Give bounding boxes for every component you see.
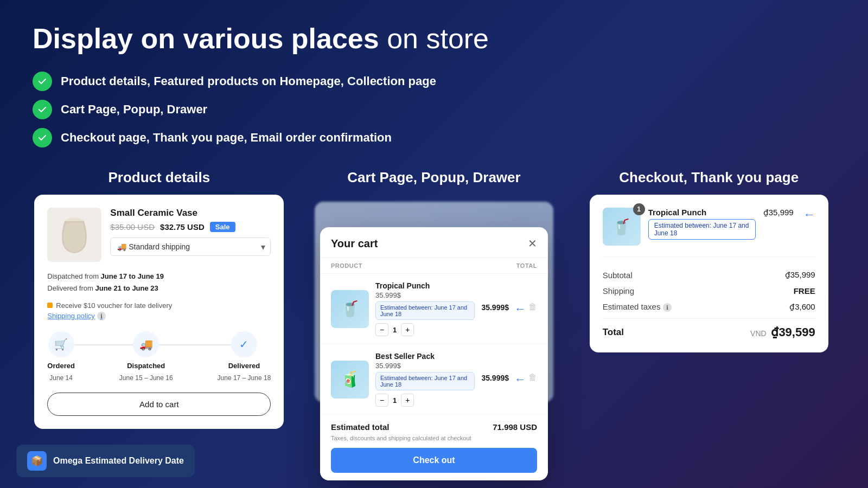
cart-item-2-name: Best Seller Pack: [375, 352, 475, 361]
checkout-summary: Subtotal ₫35,999 Shipping FREE Estimated…: [603, 270, 815, 339]
subtotal-row: Subtotal ₫35,999: [603, 270, 815, 280]
cart-item-2-price: 35.999$: [375, 362, 475, 370]
step-dispatched: 🚚 Dispatched June 15 – June 16: [119, 331, 173, 382]
subtotal-value: ₫35,999: [785, 270, 815, 280]
arrow-indicator-2: ←: [514, 373, 526, 387]
sale-badge: Sale: [210, 222, 235, 232]
cart-item-2-qty: − 1 +: [375, 394, 475, 407]
step-ordered-label: Ordered: [47, 362, 75, 370]
cart-popup: Your cart ✕ PRODUCT TOTAL 🥤 Tropical Pun…: [320, 227, 548, 480]
dispatch-from-label: Dispatched from: [47, 272, 100, 280]
cart-item-1: 🥤 Tropical Punch 35.999$ Estimated betwe…: [320, 274, 548, 344]
progress-tracker: 🛒 Ordered June 14 🚚 Dispatched June 15 –…: [47, 331, 271, 382]
cart-page-title: Cart Page, Popup, Drawer: [347, 169, 520, 186]
voucher-dot-icon: [47, 303, 53, 308]
step-dispatched-label: Dispatched: [127, 362, 165, 370]
dispatch-dates: June 17 to June 19: [101, 272, 164, 280]
cart-page-col: Cart Page, Popup, Drawer Your cart ✕ PRO…: [297, 169, 572, 448]
cart-item-2-total: 35.999$: [481, 373, 509, 382]
voucher-note: Receive $10 voucher for late delivery: [47, 301, 271, 310]
header: Display on various places on store Produ…: [0, 0, 868, 158]
close-icon[interactable]: ✕: [528, 237, 537, 250]
cart-item-1-details: Tropical Punch 35.999$ Estimated between…: [375, 281, 475, 336]
delivery-from-label: Delivered from: [47, 284, 95, 292]
price-original: $35.00 USD: [110, 222, 155, 232]
add-to-cart-button[interactable]: Add to cart: [47, 393, 271, 416]
qty-value-1: 1: [393, 326, 397, 334]
total-value: ₫39,599: [771, 325, 815, 339]
step-ordered: 🛒 Ordered June 14: [47, 331, 75, 382]
cart-taxes-note: Taxes, discounts and shipping calculated…: [331, 435, 537, 441]
estimated-total-value: 71.998 USD: [493, 422, 537, 432]
step-delivered: ✓ Delivered June 17 – June 18: [218, 331, 271, 382]
shipping-policy-link[interactable]: Shipping policy ℹ: [47, 312, 271, 320]
summary-divider: [603, 318, 815, 319]
total-value-group: VND ₫39,599: [750, 325, 815, 339]
product-name: Small Ceramic Vase: [110, 208, 271, 219]
col-total: TOTAL: [516, 262, 537, 269]
check-icon-2: [33, 100, 52, 119]
total-currency: VND: [750, 329, 767, 338]
feature-item-3: Checkout page, Thank you page, Email ord…: [33, 128, 835, 147]
cart-item-2-details: Best Seller Pack 35.999$ Estimated betwe…: [375, 352, 475, 407]
check-icon-1: [33, 72, 52, 91]
delete-icon-1[interactable]: 🗑: [528, 302, 537, 312]
product-details-title: Product details: [108, 169, 210, 186]
cart-popup-title: Your cart: [331, 237, 378, 250]
feature-item-1: Product details, Featured products on Ho…: [33, 72, 835, 91]
cart-table-header: PRODUCT TOTAL: [320, 258, 548, 274]
qty-decrease-1[interactable]: −: [375, 323, 388, 336]
taxes-label: Estimated taxes ℹ: [603, 302, 672, 312]
subtotal-label: Subtotal: [603, 271, 633, 280]
cart-item-1-total: 35.999$: [481, 302, 509, 312]
arrow-indicator-1: ←: [514, 302, 526, 316]
checkout-title: Checkout, Thank you page: [619, 169, 799, 186]
cart-item-1-name: Tropical Punch: [375, 281, 475, 290]
feature-list: Product details, Featured products on Ho…: [33, 72, 835, 147]
taxes-info-icon[interactable]: ℹ: [663, 303, 672, 312]
qty-decrease-2[interactable]: −: [375, 394, 388, 407]
shipping-row: Shipping FREE: [603, 286, 815, 296]
qty-increase-2[interactable]: +: [401, 394, 414, 407]
delete-icon-2[interactable]: 🗑: [528, 373, 537, 382]
brand-name: Omega Estimated Delivery Date: [53, 456, 184, 466]
taxes-row: Estimated taxes ℹ ₫3,600: [603, 302, 815, 312]
checkout-item-info: Tropical Punch Estimated between: June 1…: [648, 208, 756, 240]
qty-increase-1[interactable]: +: [401, 323, 414, 336]
total-row: Total VND ₫39,599: [603, 325, 815, 339]
cards-section: Product details Small Ceramic Vase $35.0…: [0, 158, 868, 459]
qty-value-2: 1: [393, 396, 397, 404]
cart-step-icon: 🛒: [48, 331, 74, 357]
checkout-arrow-icon: ←: [803, 208, 815, 222]
cart-item-2-image: 🧃: [331, 361, 369, 399]
estimated-total-label: Estimated total: [331, 422, 390, 432]
checkout-button[interactable]: Check out: [331, 448, 537, 473]
checkout-item: 🥤 1 Tropical Punch Estimated between: Ju…: [603, 208, 815, 257]
shipping-label: Shipping: [603, 286, 634, 296]
feature-item-2: Cart Page, Popup, Drawer: [33, 100, 835, 119]
product-image: [47, 208, 101, 262]
cart-header: Your cart ✕: [320, 227, 548, 258]
cart-item-1-image: 🥤: [331, 290, 369, 328]
product-top: Small Ceramic Vase $35.00 USD $32.75 USD…: [47, 208, 271, 262]
check-step-icon: ✓: [231, 331, 257, 357]
estimated-total-row: Estimated total 71.998 USD: [331, 422, 537, 432]
shipping-select-wrapper[interactable]: 🚚 Standard shipping ▾: [110, 237, 271, 256]
bottom-brand: 📦 Omega Estimated Delivery Date: [16, 445, 195, 477]
shipping-select[interactable]: 🚚 Standard shipping: [110, 237, 271, 256]
delivery-info: Dispatched from June 17 to June 19 Deliv…: [47, 271, 271, 294]
checkout-item-price: ₫35,999: [763, 208, 794, 217]
truck-step-icon: 🚚: [133, 331, 159, 357]
checkout-item-name: Tropical Punch: [648, 208, 756, 217]
main-title: Display on various places on store: [33, 22, 835, 55]
info-icon[interactable]: ℹ: [97, 312, 106, 320]
cart-footer: Estimated total 71.998 USD Taxes, discou…: [320, 415, 548, 480]
product-card: Small Ceramic Vase $35.00 USD $32.75 USD…: [34, 195, 284, 428]
shipping-value: FREE: [794, 286, 815, 296]
checkout-estimated: Estimated between: June 17 and June 18: [648, 219, 756, 240]
cart-item-2: 🧃 Best Seller Pack 35.999$ Estimated bet…: [320, 344, 548, 415]
step-delivered-date: June 17 – June 18: [218, 374, 271, 382]
checkout-img-wrap: 🥤 1: [603, 208, 641, 246]
total-label: Total: [603, 327, 624, 338]
checkout-badge: 1: [633, 203, 645, 215]
